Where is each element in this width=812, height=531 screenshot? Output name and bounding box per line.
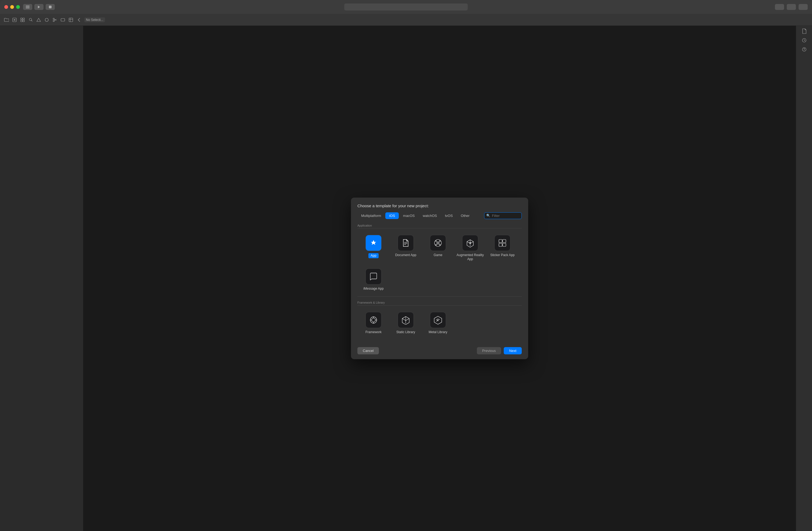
next-button[interactable]: Next: [504, 347, 522, 354]
folder-icon[interactable]: [4, 17, 9, 23]
footer-right: Previous Next: [477, 347, 522, 354]
grid-icon[interactable]: [20, 17, 25, 23]
minimize-button[interactable]: [10, 5, 14, 9]
sidebar-selection-label: No Selecti...: [84, 17, 105, 22]
imessage-app-icon-wrap: [365, 268, 381, 284]
document-app-label: Document App: [395, 253, 417, 257]
enter-btn[interactable]: [787, 4, 796, 10]
template-content: Application App: [351, 219, 528, 344]
static-library-icon-wrap: [398, 312, 414, 328]
triangle-icon[interactable]: [36, 17, 41, 23]
dialog-title: Choose a template for your new project:: [351, 197, 528, 212]
ar-app-label: Augmented Reality App: [456, 253, 484, 262]
titlebar-right-controls: [775, 4, 808, 10]
search-icon[interactable]: [28, 17, 33, 23]
cancel-button[interactable]: Cancel: [358, 347, 379, 354]
rect-icon[interactable]: [60, 17, 66, 23]
svg-rect-6: [23, 18, 25, 19]
section-framework-label: Framework & Library: [358, 299, 522, 306]
svg-rect-29: [503, 239, 506, 243]
tab-macos[interactable]: macOS: [399, 212, 418, 219]
grid2-icon[interactable]: [68, 17, 74, 23]
app-icon-wrap: [365, 235, 381, 251]
clock-icon[interactable]: [801, 37, 808, 44]
x-square-icon[interactable]: [12, 17, 17, 23]
framework-grid: Framework Static Library: [358, 308, 522, 338]
metal-library-label: Metal Library: [429, 330, 447, 335]
svg-rect-7: [21, 20, 22, 22]
svg-rect-28: [499, 239, 502, 243]
maximize-button[interactable]: [16, 5, 20, 9]
svg-point-27: [469, 242, 471, 244]
file-icon[interactable]: [801, 28, 808, 34]
tab-tvos[interactable]: tvOS: [441, 212, 456, 219]
scissors-icon[interactable]: [52, 17, 57, 23]
modal-overlay: Choose a template for your new project: …: [83, 26, 796, 531]
template-static-library[interactable]: Static Library: [390, 308, 422, 338]
panel-btn[interactable]: [799, 4, 808, 10]
svg-rect-8: [23, 20, 25, 22]
template-imessage-app[interactable]: iMessage App: [358, 265, 390, 294]
app-label: App: [368, 253, 378, 259]
play-btn[interactable]: [34, 4, 44, 10]
svg-point-23: [436, 240, 437, 241]
sidebar: [0, 26, 83, 531]
svg-rect-14: [69, 18, 73, 22]
close-button[interactable]: [4, 5, 8, 9]
game-label: Game: [434, 253, 443, 257]
tab-watchos[interactable]: watchOS: [419, 212, 441, 219]
tab-ios[interactable]: iOS: [385, 212, 399, 219]
sticker-pack-icon-wrap: [494, 235, 510, 251]
previous-button[interactable]: Previous: [477, 347, 501, 354]
svg-point-12: [53, 20, 55, 21]
svg-point-25: [436, 244, 437, 245]
dialog-footer: Cancel Previous Next: [351, 344, 528, 359]
svg-point-24: [439, 240, 440, 241]
chevron-left-icon[interactable]: [76, 17, 82, 23]
filter-search-icon: 🔍: [486, 214, 490, 218]
stop-btn[interactable]: [46, 4, 55, 10]
svg-point-11: [53, 18, 55, 19]
sticker-pack-label: Sticker Pack App: [490, 253, 515, 257]
section-divider: [358, 296, 522, 297]
sidebar-toggle-btn[interactable]: [23, 4, 32, 10]
xcode-window: No Selecti... No Selection Choose a temp…: [0, 0, 812, 531]
svg-point-33: [372, 318, 375, 322]
svg-rect-2: [26, 8, 30, 8]
editor-area: No Selection Choose a template for your …: [83, 26, 796, 531]
template-sticker-pack[interactable]: Sticker Pack App: [486, 231, 519, 265]
svg-point-10: [45, 18, 48, 21]
template-metal-library[interactable]: Metal Library: [422, 308, 454, 338]
framework-icon-wrap: [365, 312, 381, 328]
document-app-icon-wrap: [398, 235, 414, 251]
tab-multiplatform[interactable]: Multiplatform: [358, 212, 385, 219]
template-framework[interactable]: Framework: [358, 308, 390, 338]
new-project-dialog: Choose a template for your new project: …: [351, 197, 528, 359]
framework-label: Framework: [365, 330, 381, 335]
traffic-lights: [4, 5, 20, 9]
help-icon[interactable]: [801, 46, 808, 53]
metal-library-icon-wrap: [430, 312, 446, 328]
template-game[interactable]: Game: [422, 231, 454, 265]
svg-rect-13: [61, 18, 65, 21]
template-document-app[interactable]: Document App: [390, 231, 422, 265]
titlebar-controls: [23, 4, 55, 10]
template-app[interactable]: App: [358, 231, 390, 265]
content-area: No Selection Choose a template for your …: [0, 26, 812, 531]
add-btn[interactable]: [775, 4, 784, 10]
ar-app-icon-wrap: [462, 235, 478, 251]
game-icon-wrap: [430, 235, 446, 251]
titlebar: [0, 0, 812, 14]
svg-point-26: [439, 244, 440, 245]
svg-rect-1: [26, 7, 30, 7]
svg-rect-0: [26, 6, 30, 6]
svg-rect-3: [49, 6, 52, 8]
tab-other[interactable]: Other: [457, 212, 474, 219]
template-ar-app[interactable]: Augmented Reality App: [454, 231, 486, 265]
svg-rect-30: [499, 243, 502, 247]
application-grid: App: [358, 231, 522, 294]
section-application-label: Application: [358, 222, 522, 228]
right-panel: [796, 26, 812, 531]
svg-point-36: [804, 50, 804, 50]
circle-icon[interactable]: [44, 17, 49, 23]
